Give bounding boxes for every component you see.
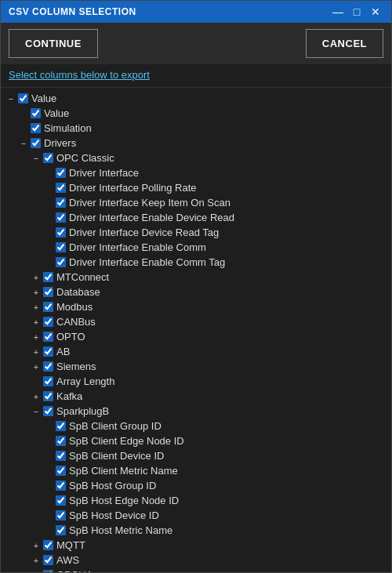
tree-item-checkbox[interactable] (56, 198, 66, 208)
expand-icon[interactable]: − (5, 93, 16, 104)
tree-item: +Siemens (1, 359, 391, 374)
expand-icon[interactable]: − (31, 153, 42, 164)
continue-button[interactable]: CONTINUE (9, 29, 98, 58)
tree-item-checkbox[interactable] (56, 466, 66, 476)
tree-item-checkbox[interactable] (43, 302, 53, 312)
tree-item-checkbox[interactable] (43, 361, 53, 372)
tree-item-checkbox[interactable] (31, 123, 41, 133)
expand-placeholder (18, 123, 29, 134)
tree-item-checkbox[interactable] (56, 481, 66, 491)
tree-item-checkbox[interactable] (56, 227, 66, 238)
expand-placeholder (43, 212, 54, 223)
tree-item-checkbox[interactable] (56, 525, 66, 535)
expand-icon[interactable]: + (31, 540, 42, 551)
tree-item-label: Simulation (44, 122, 92, 134)
tree-item-checkbox[interactable] (43, 272, 53, 282)
tree-item-checkbox[interactable] (18, 93, 28, 103)
tree-item: SpB Host Device ID (1, 508, 391, 523)
tree-item-label: Kafka (56, 390, 82, 402)
expand-icon[interactable]: + (31, 287, 42, 298)
tree-item-checkbox[interactable] (56, 510, 66, 520)
expand-placeholder (43, 436, 54, 447)
expand-icon[interactable]: + (31, 317, 42, 328)
expand-icon[interactable]: + (31, 391, 42, 402)
expand-placeholder (43, 525, 54, 536)
tree-item-label: Driver Interface (69, 167, 139, 179)
tree-item-checkbox[interactable] (56, 242, 66, 252)
tree-item-checkbox[interactable] (43, 153, 53, 163)
tree-item: +CANBus (1, 314, 391, 329)
toolbar: CONTINUE CANCEL (1, 23, 391, 64)
tree-item-checkbox[interactable] (43, 555, 53, 565)
expand-placeholder (43, 451, 54, 462)
tree-item-label: SpB Host Metric Name (69, 524, 172, 536)
tree-item-checkbox[interactable] (43, 346, 53, 357)
expand-placeholder (43, 481, 54, 491)
expand-icon[interactable]: − (31, 406, 42, 417)
tree-item-label: Driver Interface Enable Device Read (69, 212, 234, 223)
tree-item-label: SpB Host Edge Node ID (69, 495, 179, 506)
tree-item: SpB Client Metric Name (1, 463, 391, 478)
expand-placeholder (43, 510, 54, 521)
tree-item-checkbox[interactable] (56, 436, 66, 446)
tree-item: +AB (1, 344, 391, 359)
expand-icon[interactable]: + (31, 272, 42, 283)
tree-item: +Kafka (1, 389, 391, 404)
expand-placeholder (43, 257, 54, 268)
tree-item-checkbox[interactable] (56, 451, 66, 461)
tree-item: SpB Host Group ID (1, 478, 391, 493)
title-bar: CSV COLUMN SELECTION — □ ✕ (1, 1, 391, 23)
expand-placeholder (43, 466, 54, 477)
tree-item-label: SpB Host Device ID (69, 510, 159, 521)
tree-item-checkbox[interactable] (43, 540, 53, 550)
tree-item-checkbox[interactable] (56, 421, 66, 431)
expand-icon[interactable]: + (31, 570, 42, 573)
cancel-button[interactable]: CANCEL (306, 29, 383, 58)
tree-item: Driver Interface Enable Comm Tag (1, 255, 391, 270)
tree-item: −Drivers (1, 136, 391, 151)
tree-item-checkbox[interactable] (56, 257, 66, 267)
close-button[interactable]: ✕ (368, 4, 383, 20)
tree-item-checkbox[interactable] (43, 391, 53, 401)
expand-placeholder (43, 421, 54, 432)
title-bar-controls: — □ ✕ (330, 4, 383, 20)
tree-item-checkbox[interactable] (56, 212, 66, 223)
subtitle-link[interactable]: Select columns below to export (1, 64, 391, 88)
tree-item-checkbox[interactable] (43, 570, 53, 572)
tree-item-checkbox[interactable] (56, 168, 66, 178)
expand-icon[interactable]: − (18, 138, 29, 149)
expand-icon[interactable]: + (31, 361, 42, 372)
tree-item: +OPCUA (1, 568, 391, 572)
tree-item-label: SparkplugB (56, 405, 109, 417)
expand-icon[interactable]: + (31, 346, 42, 357)
tree-item: +Database (1, 285, 391, 299)
tree-item-checkbox[interactable] (31, 138, 41, 148)
tree-item-checkbox[interactable] (43, 406, 53, 416)
tree-item-checkbox[interactable] (43, 376, 53, 386)
tree-item-label: SpB Client Group ID (69, 420, 162, 432)
tree-item-checkbox[interactable] (43, 332, 53, 342)
tree-item-label: CANBus (56, 316, 96, 328)
tree-item-label: Siemens (56, 361, 96, 372)
tree-item-checkbox[interactable] (56, 495, 66, 506)
tree-item-label: Driver Interface Polling Rate (69, 182, 197, 194)
tree-item: SpB Client Device ID (1, 448, 391, 463)
tree-item-label: Driver Interface Device Read Tag (69, 227, 219, 238)
tree-item-checkbox[interactable] (56, 183, 66, 193)
tree-item-label: Value (31, 92, 56, 104)
tree-item-checkbox[interactable] (43, 317, 53, 327)
tree-item: +OPTO (1, 329, 391, 344)
maximize-button[interactable]: □ (349, 4, 365, 20)
tree-item-label: SpB Host Group ID (69, 480, 156, 491)
tree-container[interactable]: −ValueValueSimulation−Drivers−OPC Classi… (1, 88, 391, 572)
tree-item-label: AWS (56, 554, 79, 566)
minimize-button[interactable]: — (330, 4, 346, 20)
tree-item: SpB Client Group ID (1, 419, 391, 433)
tree-item-checkbox[interactable] (31, 108, 41, 118)
tree-item-checkbox[interactable] (43, 287, 53, 297)
tree-item-label: SpB Client Device ID (69, 450, 164, 462)
expand-icon[interactable]: + (31, 555, 42, 566)
tree-item: Driver Interface Polling Rate (1, 180, 391, 195)
expand-icon[interactable]: + (31, 332, 42, 343)
expand-icon[interactable]: + (31, 302, 42, 313)
